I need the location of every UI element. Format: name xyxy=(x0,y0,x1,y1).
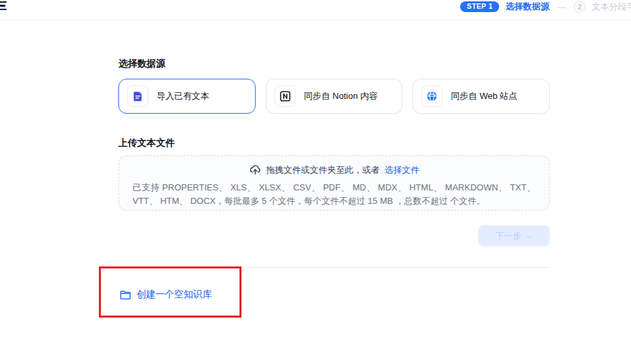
next-step-button[interactable]: 下一步 → xyxy=(478,225,550,246)
source-section-title: 选择数据源 xyxy=(118,58,165,70)
folder-icon xyxy=(120,290,131,300)
create-empty-kb-link[interactable]: 创建一个空知识库 xyxy=(120,289,212,301)
step2-label: 文本分段与清洗 xyxy=(591,1,631,13)
globe-icon xyxy=(421,85,443,107)
section-divider xyxy=(118,267,550,268)
option-sync-web[interactable]: 同步自 Web 站点 xyxy=(412,79,550,114)
supported-formats-hint: 已支持 PROPERTIES、 XLS、 XLSX、 CSV、 PDF、 MD、… xyxy=(133,181,535,207)
option-label: 同步自 Notion 内容 xyxy=(304,90,378,102)
step2-number: 2 xyxy=(574,1,585,13)
option-sync-notion[interactable]: 同步自 Notion 内容 xyxy=(266,79,403,114)
option-label: 导入已有文本 xyxy=(157,90,209,102)
menu-icon[interactable] xyxy=(0,1,7,10)
option-label: 同步自 Web 站点 xyxy=(451,90,517,102)
file-dropzone[interactable]: 拖拽文件或文件夹至此，或者 选择文件 已支持 PROPERTIES、 XLS、 … xyxy=(118,155,550,211)
notion-icon xyxy=(274,85,296,107)
upload-cloud-icon xyxy=(249,163,262,176)
create-empty-kb-label: 创建一个空知识库 xyxy=(137,289,212,301)
top-bar: STEP 1 选择数据源 — 2 文本分段与清洗 xyxy=(0,0,631,20)
upload-section-title: 上传文本文件 xyxy=(118,137,175,149)
file-text-icon xyxy=(127,85,149,107)
data-source-options: 导入已有文本 同步自 Notion 内容 xyxy=(118,79,550,114)
step1-label: 选择数据源 xyxy=(505,1,549,13)
page: STEP 1 选择数据源 — 2 文本分段与清洗 选择数据源 导入已有文本 xyxy=(0,0,631,364)
option-import-text[interactable]: 导入已有文本 xyxy=(118,79,256,114)
step-separator: — xyxy=(557,2,566,12)
step-indicator: STEP 1 选择数据源 — 2 文本分段与清洗 xyxy=(460,1,631,13)
dropzone-text: 拖拽文件或文件夹至此，或者 xyxy=(266,164,380,176)
dropzone-instruction: 拖拽文件或文件夹至此，或者 选择文件 xyxy=(133,163,535,176)
browse-files-link[interactable]: 选择文件 xyxy=(385,164,420,176)
step1-badge: STEP 1 xyxy=(460,1,499,13)
